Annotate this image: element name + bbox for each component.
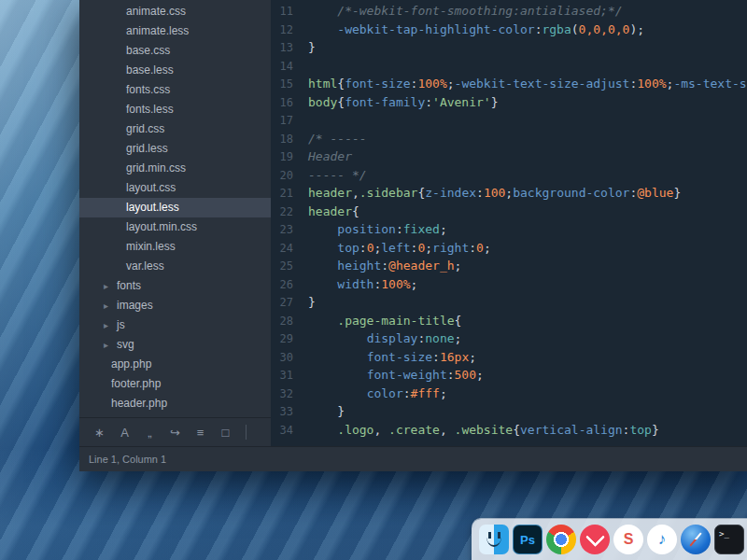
file-item-grid.min.css[interactable]: grid.min.css bbox=[79, 159, 271, 178]
itunes-icon[interactable]: ♪ bbox=[647, 525, 677, 554]
s-app-icon[interactable]: S bbox=[613, 525, 643, 554]
photoshop-icon[interactable]: Ps bbox=[513, 525, 543, 554]
code-token bbox=[308, 423, 337, 437]
code-token: z-index bbox=[425, 186, 476, 200]
file-item-animate.less[interactable]: animate.less bbox=[79, 21, 271, 41]
line-number: 24 bbox=[271, 240, 308, 259]
in-selection-icon[interactable]: ≡ bbox=[188, 426, 213, 440]
file-item-layout.min.css[interactable]: layout.min.css bbox=[79, 217, 271, 237]
file-item-mixin.less[interactable]: mixin.less bbox=[79, 237, 271, 257]
code-token: width bbox=[337, 277, 374, 291]
disclosure-triangle-icon[interactable]: ▸ bbox=[104, 335, 117, 355]
code-token: , bbox=[352, 186, 359, 200]
regex-icon[interactable]: ∗ bbox=[87, 426, 112, 440]
code-area[interactable]: 11 /*-webkit-font-smoothing:antialiased;… bbox=[271, 0, 747, 446]
code-token: { bbox=[513, 423, 520, 437]
code-token: header bbox=[308, 204, 352, 218]
file-item-grid.less[interactable]: grid.less bbox=[79, 139, 271, 159]
file-item-fonts.css[interactable]: fonts.css bbox=[79, 80, 271, 100]
code-line-12: 12 -webkit-tap-highlight-color:rgba(0,0,… bbox=[271, 21, 747, 39]
code-token: Header bbox=[308, 149, 352, 163]
code-token: , bbox=[374, 423, 388, 437]
highlight-matches-icon[interactable]: □ bbox=[213, 426, 238, 440]
code-line-34: 34 .logo, .create, .website{vertical-ali… bbox=[271, 421, 747, 440]
chrome-icon[interactable] bbox=[546, 525, 576, 554]
code-token: : bbox=[359, 241, 367, 255]
file-label: header.php bbox=[111, 397, 167, 410]
file-label: js bbox=[117, 318, 125, 331]
case-sensitive-icon[interactable]: A bbox=[112, 426, 137, 440]
code-token: } bbox=[308, 295, 316, 309]
file-label: layout.css bbox=[126, 181, 176, 194]
photoshop-icon-label: Ps bbox=[520, 533, 535, 547]
file-label: app.php bbox=[111, 357, 151, 371]
disclosure-triangle-icon[interactable]: ▸ bbox=[104, 276, 117, 296]
file-label: base.css bbox=[126, 44, 170, 57]
folder-item-fonts[interactable]: ▸fonts bbox=[79, 276, 271, 296]
code-line-15: 15html{font-size:100%;-webkit-text-size-… bbox=[271, 75, 747, 93]
editor-main-row: animate.cssanimate.lessbase.cssbase.less… bbox=[79, 0, 747, 446]
code-token: none bbox=[425, 331, 454, 345]
wrap-icon[interactable]: ↪ bbox=[162, 426, 188, 440]
code-line-16: 16body{font-family:'Avenir'} bbox=[271, 93, 747, 112]
code-token: height bbox=[337, 259, 381, 273]
disclosure-triangle-icon[interactable]: ▸ bbox=[104, 315, 117, 335]
whole-word-icon[interactable]: „ bbox=[137, 426, 162, 440]
line-number: 20 bbox=[271, 167, 308, 186]
line-number: 14 bbox=[271, 58, 308, 77]
code-token: ( bbox=[571, 22, 579, 36]
file-label: fonts.less bbox=[126, 103, 174, 116]
disclosure-triangle-icon[interactable]: ▸ bbox=[104, 296, 117, 315]
code-token: ); bbox=[629, 22, 644, 36]
code-token: #fff bbox=[411, 386, 440, 400]
code-token bbox=[308, 350, 367, 364]
file-label: animate.css bbox=[126, 5, 186, 18]
finder-icon[interactable] bbox=[479, 525, 509, 554]
safari-icon[interactable] bbox=[681, 525, 711, 554]
terminal-icon[interactable]: >_ bbox=[714, 525, 744, 554]
folder-item-svg[interactable]: ▸svg bbox=[79, 335, 271, 355]
code-token: html bbox=[308, 77, 337, 91]
folder-item-js[interactable]: ▸js bbox=[79, 315, 271, 335]
line-number: 13 bbox=[271, 39, 308, 58]
folder-item-images[interactable]: ▸images bbox=[79, 296, 271, 315]
file-item-footer.php[interactable]: footer.php bbox=[79, 374, 271, 394]
file-label: images bbox=[117, 299, 153, 312]
code-token bbox=[308, 241, 337, 255]
file-item-header.php[interactable]: header.php bbox=[79, 394, 271, 413]
pocket-icon[interactable] bbox=[580, 525, 610, 554]
code-token bbox=[308, 368, 367, 382]
line-number: 23 bbox=[271, 221, 308, 240]
desktop: { "window": { "status": "Line 1, Column … bbox=[0, 0, 747, 560]
code-token: : bbox=[403, 386, 411, 400]
file-item-layout.less[interactable]: layout.less bbox=[79, 198, 271, 217]
code-token: font-weight bbox=[367, 368, 447, 382]
file-item-base.less[interactable]: base.less bbox=[79, 61, 271, 80]
file-item-app.php[interactable]: app.php bbox=[79, 355, 271, 374]
file-item-var.less[interactable]: var.less bbox=[79, 257, 271, 276]
line-number: 18 bbox=[271, 131, 308, 149]
code-token: @header_h bbox=[388, 259, 454, 273]
code-token: .page-main-title bbox=[337, 314, 454, 328]
code-token: ----- */ bbox=[308, 168, 367, 182]
file-label: base.less bbox=[126, 63, 174, 77]
file-item-grid.css[interactable]: grid.css bbox=[79, 119, 271, 139]
code-token: 16px bbox=[440, 350, 469, 364]
file-item-base.css[interactable]: base.css bbox=[79, 41, 271, 61]
file-item-fonts.less[interactable]: fonts.less bbox=[79, 100, 271, 119]
file-label: layout.less bbox=[126, 201, 179, 214]
status-bar: Line 1, Column 1 bbox=[79, 446, 747, 471]
code-token: 100% bbox=[637, 77, 666, 91]
code-token: } bbox=[308, 40, 316, 54]
code-token: 0,0,0,0 bbox=[579, 22, 630, 36]
code-token: .sidebar bbox=[359, 186, 418, 200]
code-token: 500 bbox=[455, 368, 476, 382]
file-item-layout.css[interactable]: layout.css bbox=[79, 178, 271, 198]
terminal-icon-label: >_ bbox=[715, 525, 729, 539]
file-item-animate.css[interactable]: animate.css bbox=[79, 2, 271, 21]
code-line-31: 31 font-weight:500; bbox=[271, 366, 747, 385]
file-label: svg bbox=[117, 338, 134, 351]
code-token: ; bbox=[440, 386, 447, 400]
code-token: font-size bbox=[345, 77, 410, 91]
line-number: 15 bbox=[271, 76, 308, 94]
